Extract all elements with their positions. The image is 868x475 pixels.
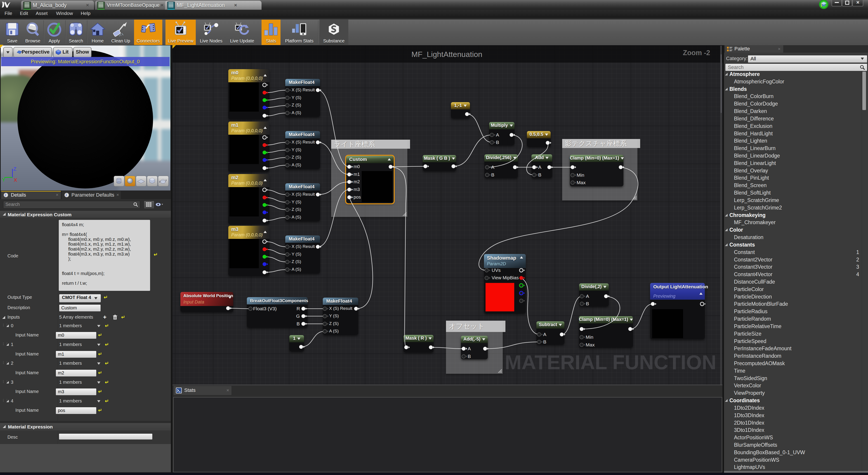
svg-text:Z: Z	[13, 166, 16, 172]
svg-text:X: X	[14, 177, 17, 182]
svg-text:Y: Y	[2, 177, 5, 182]
